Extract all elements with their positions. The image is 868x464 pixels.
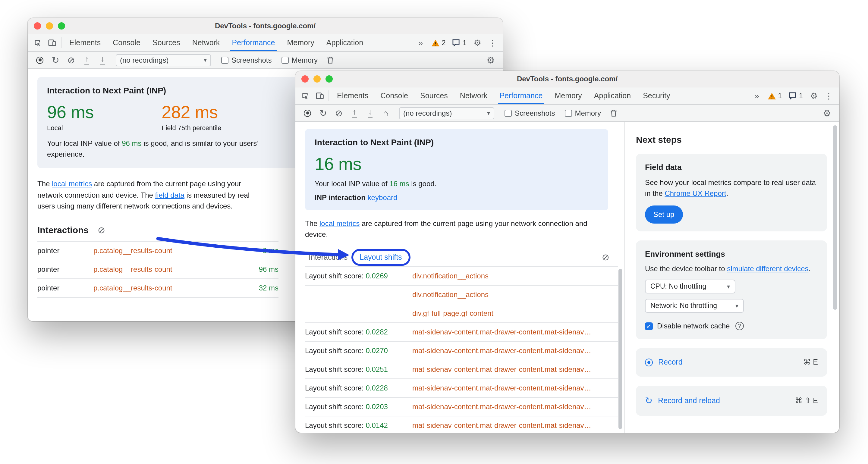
cpu-throttling-select[interactable]: CPU: No throttling ▾	[645, 280, 735, 293]
tab-memory[interactable]: Memory	[281, 34, 320, 51]
panel-settings-gear-icon[interactable]: ⚙	[484, 53, 498, 67]
settings-gear-icon[interactable]: ⚙	[470, 38, 485, 48]
reload-and-record-icon[interactable]: ↻	[316, 106, 330, 120]
save-profile-icon[interactable]: ↓	[363, 106, 377, 120]
interaction-row: pointer p.catalog__results-count 96 ms	[37, 260, 278, 279]
tab-elements[interactable]: Elements	[331, 87, 374, 104]
field-data-link[interactable]: field data	[155, 191, 184, 199]
shift-node-link[interactable]: mat-sidenav-content.mat-drawer-content.m…	[412, 328, 618, 336]
window-scrollbar[interactable]	[833, 125, 837, 310]
shift-node-link[interactable]: div.notification__actions	[412, 290, 618, 299]
shift-node-link[interactable]: mat-sidenav-content.mat-drawer-content.m…	[412, 421, 618, 430]
shift-node-link[interactable]: mat-sidenav-content.mat-drawer-content.m…	[412, 346, 618, 355]
clear-interactions-icon[interactable]: ⊘	[98, 225, 105, 236]
shift-node-link[interactable]: div.notification__actions	[412, 272, 618, 280]
help-icon[interactable]: ?	[735, 322, 744, 330]
shift-node-link[interactable]: mat-sidenav-content.mat-drawer-content.m…	[412, 384, 618, 392]
titlebar[interactable]: DevTools - fonts.google.com/	[28, 18, 503, 34]
device-toolbar-icon[interactable]	[312, 87, 327, 104]
load-profile-icon[interactable]: ↑	[80, 53, 94, 67]
tab-memory[interactable]: Memory	[549, 87, 588, 104]
load-profile-icon[interactable]: ↑	[347, 106, 362, 120]
tab-elements[interactable]: Elements	[63, 34, 107, 51]
issues-badge[interactable]: 1	[450, 38, 470, 47]
local-metrics-link[interactable]: local metrics	[52, 180, 92, 188]
zoom-button[interactable]	[326, 75, 333, 83]
clear-icon[interactable]: ⊘	[64, 53, 79, 67]
reload-and-record-icon[interactable]: ↻	[48, 53, 63, 67]
more-tabs-icon[interactable]: »	[413, 38, 428, 48]
warnings-badge[interactable]: 1	[765, 92, 785, 100]
field-data-card: Field data See how your local metrics co…	[636, 154, 827, 231]
interaction-node-link[interactable]: p.catalog__results-count	[93, 265, 259, 274]
screenshots-checkbox[interactable]: Screenshots	[500, 109, 559, 117]
record-card[interactable]: Record ⌘ E	[636, 348, 827, 377]
clear-icon[interactable]: ⊘	[332, 106, 346, 120]
kebab-menu-icon[interactable]: ⋮	[485, 38, 500, 48]
close-button[interactable]	[34, 22, 41, 30]
disable-cache-label: Disable network cache	[657, 320, 730, 332]
divider	[61, 37, 61, 48]
interaction-node-link[interactable]: p.catalog__results-count	[93, 246, 263, 255]
tab-application[interactable]: Application	[588, 87, 637, 104]
tab-performance[interactable]: Performance	[226, 34, 281, 51]
disable-cache-checkbox[interactable]: ✓	[645, 322, 653, 330]
tab-network[interactable]: Network	[186, 34, 226, 51]
inp-card: Interaction to Next Paint (INP) 16 ms Yo…	[305, 129, 608, 210]
tab-application[interactable]: Application	[320, 34, 369, 51]
list-scrollbar[interactable]	[618, 269, 622, 429]
device-toolbar-icon[interactable]	[44, 34, 59, 51]
titlebar[interactable]: DevTools - fonts.google.com/	[296, 71, 839, 87]
chrome-ux-report-link[interactable]: Chrome UX Report	[664, 189, 726, 197]
tab-sources[interactable]: Sources	[414, 87, 454, 104]
save-profile-icon[interactable]: ↓	[95, 53, 110, 67]
tab-sources[interactable]: Sources	[147, 34, 186, 51]
metrics-note: The local metrics are captured from the …	[305, 218, 604, 240]
keyboard-link[interactable]: keyboard	[368, 193, 398, 202]
tab-layout-shifts[interactable]: Layout shifts	[355, 253, 407, 261]
tab-network[interactable]: Network	[454, 87, 494, 104]
panel-settings-gear-icon[interactable]: ⚙	[820, 106, 834, 120]
issues-badge[interactable]: 1	[786, 92, 806, 100]
set-up-button[interactable]: Set up	[645, 205, 683, 223]
inp-value: 16 ms	[315, 154, 598, 174]
recordings-select[interactable]: (no recordings) ▾	[116, 54, 211, 66]
memory-checkbox[interactable]: Memory	[560, 109, 605, 117]
tab-interactions[interactable]: Interactions	[305, 253, 355, 261]
kebab-menu-icon[interactable]: ⋮	[822, 91, 836, 101]
tab-performance[interactable]: Performance	[493, 87, 549, 104]
interaction-node-link[interactable]: p.catalog__results-count	[93, 284, 259, 292]
home-icon[interactable]: ⌂	[378, 106, 393, 120]
shift-node-link[interactable]: mat-sidenav-content.mat-drawer-content.m…	[412, 365, 618, 374]
screenshots-checkbox[interactable]: Screenshots	[217, 56, 276, 64]
tab-console[interactable]: Console	[107, 34, 147, 51]
minimize-button[interactable]	[46, 22, 53, 30]
memory-checkbox[interactable]: Memory	[277, 56, 322, 64]
inspect-element-icon[interactable]	[30, 34, 44, 51]
inspect-element-icon[interactable]	[298, 87, 312, 104]
record-icon	[645, 359, 653, 366]
next-steps-sidebar: Next steps Field data See how your local…	[625, 122, 839, 433]
local-metrics-link[interactable]: local metrics	[319, 219, 360, 228]
clear-layout-shifts-icon[interactable]: ⊘	[602, 252, 610, 262]
settings-gear-icon[interactable]: ⚙	[807, 91, 821, 101]
network-throttling-select[interactable]: Network: No throttling ▾	[645, 299, 744, 313]
record-button[interactable]	[300, 106, 315, 120]
collect-garbage-icon[interactable]	[323, 53, 338, 67]
warnings-badge[interactable]: 2	[428, 38, 448, 47]
shift-node-link[interactable]: mat-sidenav-content.mat-drawer-content.m…	[412, 403, 618, 411]
simulate-devices-link[interactable]: simulate different devices	[727, 265, 808, 273]
record-and-reload-card[interactable]: ↻ Record and reload ⌘ ⇧ E	[636, 386, 827, 416]
close-button[interactable]	[301, 75, 309, 83]
recordings-select[interactable]: (no recordings) ▾	[399, 107, 494, 119]
zoom-button[interactable]	[58, 22, 65, 30]
shift-node-link[interactable]: div.gf-full-page.gf-content	[412, 309, 618, 317]
tab-console[interactable]: Console	[374, 87, 414, 104]
collect-garbage-icon[interactable]	[607, 106, 621, 120]
tab-security[interactable]: Security	[637, 87, 676, 104]
record-and-reload-label: Record and reload	[658, 395, 720, 406]
minimize-button[interactable]	[313, 75, 321, 83]
record-button[interactable]	[33, 53, 47, 67]
disable-cache-row: ✓ Disable network cache ?	[645, 320, 818, 332]
more-tabs-icon[interactable]: »	[749, 91, 764, 101]
